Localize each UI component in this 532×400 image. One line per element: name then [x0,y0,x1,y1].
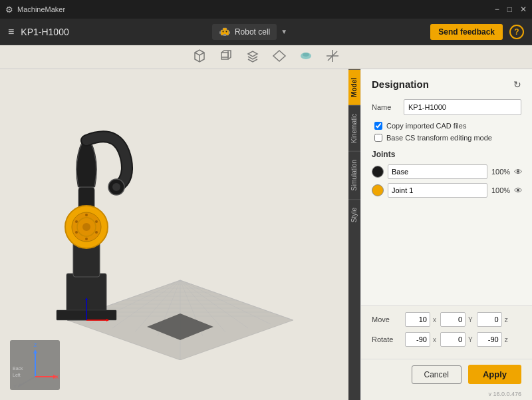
move-y-group: Y [440,312,473,327]
apply-button[interactable]: Apply [468,365,521,384]
help-button[interactable]: ? [509,25,524,39]
topbar-left: ≡ KP1-H1000 [8,26,69,38]
move-row: Move x Y z [372,312,521,327]
joints-title: Joints [372,150,521,159]
svg-rect-1 [223,28,227,31]
svg-point-10 [303,53,309,57]
titlebar-left: ⚙ MachineMaker [5,5,65,15]
robot-svg [20,120,153,333]
rotate-y-input[interactable] [440,332,466,347]
move-x-input[interactable] [405,312,430,327]
tab-simulation[interactable]: Simulation [348,151,360,199]
tab-kinematic[interactable]: Kinematic [348,105,360,151]
robot-cell-badge[interactable]: Robot cell [212,24,277,40]
rotate-label: Rotate [372,335,401,343]
name-input[interactable] [404,99,521,115]
refresh-icon[interactable]: ↻ [513,79,521,90]
close-button[interactable]: ✕ [520,5,527,14]
side-tabs: Model Kinematic Simulation Style [348,69,360,400]
copy-cad-checkbox[interactable] [374,122,382,130]
robot-cell-label: Robot cell [235,27,270,37]
viewport[interactable]: Z X Y Back Left [0,69,360,400]
move-z-group: z [477,312,508,327]
svg-point-47 [95,231,98,234]
svg-text:Y: Y [13,383,17,389]
move-y-letter: Y [468,316,473,323]
move-y-input[interactable] [440,312,466,327]
version-text: v 16.0.0.476 [361,389,532,400]
base-cs-label: Base CS transform editing mode [386,134,492,142]
copy-cad-label: Copy imported CAD files [386,122,466,130]
joint-row-base: 100% 👁 [372,164,521,179]
checkbox1-row: Copy imported CAD files [372,122,521,130]
svg-point-46 [95,220,98,223]
topbar: ≡ KP1-H1000 Robot cell ▼ Send feedback ? [0,19,532,45]
topbar-center: Robot cell ▼ [212,24,287,40]
rotate-y-letter: Y [468,336,473,343]
rotate-x-group: x [405,332,436,347]
rotate-row: Rotate x Y z [372,332,521,347]
app-icon: ⚙ [5,5,13,15]
svg-text:Z: Z [34,342,37,348]
bottom-fields: Move x Y z Rotate x [361,305,532,359]
move-z-letter: z [505,316,508,323]
joint-base-visibility[interactable]: 👁 [514,167,523,177]
joint1-color [372,184,384,196]
toolbar-shape-icon[interactable] [272,49,287,65]
joint1-pct: 100% [491,186,510,194]
rotate-z-input[interactable] [477,332,502,347]
base-cs-checkbox[interactable] [374,134,382,142]
robot-icon [219,26,231,38]
svg-point-5 [225,31,227,32]
svg-point-50 [75,220,78,223]
tab-style[interactable]: Style [348,199,360,230]
panel-footer: Cancel Apply [361,359,532,389]
joint-base-name[interactable] [388,164,487,179]
svg-marker-8 [273,51,285,61]
svg-rect-3 [229,31,230,34]
toolbar-layers-icon[interactable] [245,49,260,65]
restore-button[interactable]: □ [507,5,512,14]
panel-content: Designation ↻ Name Copy imported CAD fil… [361,69,532,305]
svg-point-43 [82,223,90,231]
menu-icon[interactable]: ≡ [8,26,14,38]
svg-point-4 [222,31,223,32]
name-field-row: Name [372,99,521,115]
move-z-input[interactable] [477,312,502,327]
joint-base-color [372,166,384,178]
cancel-button[interactable]: Cancel [412,365,462,384]
svg-point-45 [85,214,88,216]
joint-row-joint1: 100% 👁 [372,183,521,198]
toolbar-cube-icon[interactable] [192,49,207,65]
svg-point-52 [112,183,120,191]
move-x-letter: x [433,316,436,323]
robot-cell-dropdown[interactable]: ▼ [281,28,287,35]
minimize-button[interactable]: − [495,5,499,14]
titlebar-controls: − □ ✕ [495,5,527,14]
toolbar-teal-icon[interactable] [299,49,313,65]
page-title: KP1-H1000 [21,27,68,37]
feedback-button[interactable]: Send feedback [430,24,503,40]
svg-point-48 [85,238,88,240]
main-area: Z X Y Back Left Model Kinematic Simulati… [0,69,532,400]
svg-text:Back: Back [13,366,23,371]
move-label: Move [372,315,401,323]
toolbar-box-icon[interactable] [219,49,233,65]
toolbar-axes-icon[interactable] [325,49,340,65]
panel-title: Designation [372,79,429,90]
rotate-z-letter: z [505,336,508,343]
right-panel: Designation ↻ Name Copy imported CAD fil… [360,69,532,400]
app-name: MachineMaker [17,5,65,13]
checkbox2-row: Base CS transform editing mode [372,134,521,142]
panel-header: Designation ↻ [372,79,521,90]
joint1-visibility[interactable]: 👁 [514,186,523,196]
svg-rect-6 [223,34,226,36]
joint1-name[interactable] [388,183,487,198]
joint-base-pct: 100% [491,168,510,176]
topbar-right: Send feedback ? [430,24,524,40]
titlebar: ⚙ MachineMaker − □ ✕ [0,0,532,19]
axis-indicator: Z X Y Back Left [10,340,60,390]
rotate-x-input[interactable] [405,332,430,347]
svg-text:Left: Left [13,373,21,377]
tab-model[interactable]: Model [348,69,360,105]
